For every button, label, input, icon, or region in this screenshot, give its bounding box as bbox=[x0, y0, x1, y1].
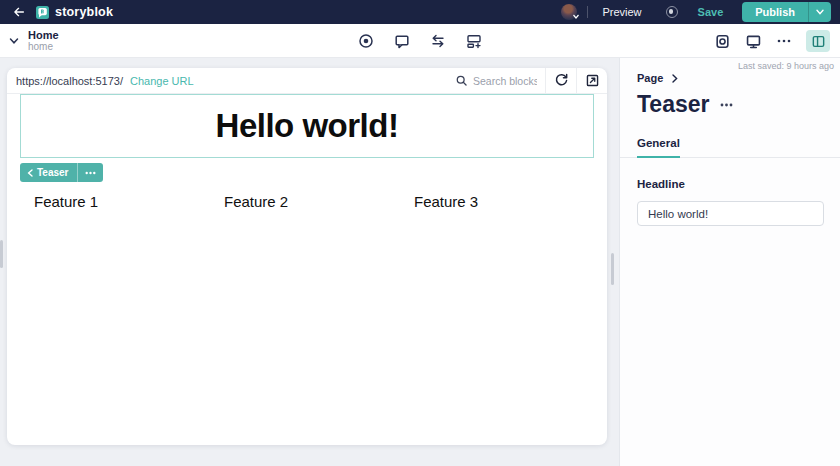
toggle-sidebar-button[interactable] bbox=[806, 30, 830, 52]
storyblok-logo[interactable]: storyblok bbox=[36, 5, 113, 19]
arrow-left-icon bbox=[12, 5, 26, 19]
block-title-options-button[interactable] bbox=[720, 103, 733, 107]
teaser-heading[interactable]: Hello world! bbox=[216, 107, 399, 145]
headline-input[interactable] bbox=[637, 201, 824, 226]
story-switcher-button[interactable] bbox=[7, 34, 21, 48]
block-chip-label[interactable]: Teaser bbox=[37, 163, 77, 182]
edit-box-icon bbox=[585, 73, 600, 88]
feature-grid: Feature 1 Feature 2 Feature 3 bbox=[34, 193, 594, 210]
reload-preview-button[interactable] bbox=[546, 68, 576, 94]
preview-toggle[interactable] bbox=[666, 6, 678, 18]
ellipsis-icon bbox=[776, 33, 792, 49]
comments-button[interactable] bbox=[393, 32, 411, 50]
target-icon bbox=[358, 33, 374, 49]
selected-block-chip: Teaser bbox=[20, 163, 103, 182]
change-url-button[interactable]: Change URL bbox=[130, 75, 194, 87]
chevron-right-icon bbox=[672, 74, 678, 83]
story-slug: home bbox=[28, 41, 59, 52]
editor-mode-buttons bbox=[357, 24, 483, 58]
search-icon bbox=[455, 74, 468, 87]
chevron-down-icon bbox=[816, 9, 824, 15]
tab-general[interactable]: General bbox=[637, 137, 680, 158]
story-info[interactable]: Home home bbox=[28, 29, 59, 52]
selected-block-outline[interactable]: Hello world! bbox=[20, 94, 594, 158]
click-target-mode-button[interactable] bbox=[357, 32, 375, 50]
save-button[interactable]: Save bbox=[698, 6, 724, 18]
top-bar: storyblok Preview Save Publish bbox=[0, 0, 840, 24]
panel-right-icon bbox=[811, 34, 826, 49]
edit-mode-button[interactable] bbox=[577, 68, 607, 94]
feature-block[interactable]: Feature 2 bbox=[224, 193, 414, 210]
desktop-icon bbox=[745, 33, 762, 50]
comment-icon bbox=[394, 33, 410, 49]
main-area: https://localhost:5173/ Change URL bbox=[0, 58, 840, 466]
storyblok-editor: storyblok Preview Save Publish bbox=[0, 0, 840, 466]
compare-changes-button[interactable] bbox=[429, 32, 447, 50]
blocks-icon bbox=[466, 33, 482, 49]
last-saved-status: Last saved: 9 hours ago bbox=[738, 61, 834, 71]
preview-canvas: https://localhost:5173/ Change URL bbox=[7, 68, 607, 445]
block-settings-sidebar: Last saved: 9 hours ago Page Teaser bbox=[619, 58, 840, 466]
preview-label: Preview bbox=[602, 6, 641, 18]
swap-arrows-icon bbox=[430, 33, 446, 49]
canvas-resize-handle-right[interactable] bbox=[611, 253, 614, 285]
feature-block[interactable]: Feature 3 bbox=[414, 193, 604, 210]
ellipsis-icon bbox=[85, 171, 96, 175]
avatar[interactable] bbox=[561, 4, 577, 20]
blocks-library-button[interactable] bbox=[465, 32, 483, 50]
desktop-viewport-button[interactable] bbox=[744, 32, 762, 50]
tablet-viewport-button[interactable] bbox=[713, 32, 731, 50]
story-title: Home bbox=[28, 29, 59, 41]
feature-block[interactable]: Feature 1 bbox=[34, 193, 224, 210]
more-options-button[interactable] bbox=[775, 32, 793, 50]
chevron-left-icon bbox=[27, 169, 33, 177]
url-bar: https://localhost:5173/ Change URL bbox=[7, 68, 607, 94]
storyblok-logo-icon bbox=[36, 6, 49, 19]
chevron-down-icon bbox=[9, 37, 19, 45]
breadcrumb[interactable]: Page bbox=[637, 72, 840, 84]
back-button[interactable] bbox=[10, 3, 28, 21]
canvas-resize-handle-left[interactable] bbox=[0, 240, 3, 268]
url-bar-actions bbox=[445, 68, 607, 93]
search-blocks-input[interactable] bbox=[473, 75, 537, 87]
publish-split-button: Publish bbox=[742, 2, 831, 22]
logo-wordmark: storyblok bbox=[55, 5, 113, 19]
block-title: Teaser bbox=[637, 91, 709, 118]
preview-url: https://localhost:5173/ bbox=[16, 75, 123, 87]
publish-dropdown-button[interactable] bbox=[809, 2, 831, 22]
block-options-button[interactable] bbox=[78, 163, 103, 182]
story-toolbar: Home home bbox=[0, 24, 840, 58]
publish-button[interactable]: Publish bbox=[742, 2, 808, 22]
refresh-icon bbox=[554, 73, 569, 88]
viewport-buttons bbox=[713, 24, 830, 58]
avatar-caret-icon bbox=[573, 14, 579, 19]
search-blocks bbox=[445, 74, 545, 87]
top-bar-actions: Preview Save Publish bbox=[561, 0, 831, 24]
block-parent-button[interactable] bbox=[20, 163, 37, 182]
block-title-row: Teaser bbox=[637, 91, 840, 118]
headline-field-label: Headline bbox=[637, 178, 840, 190]
tablet-icon bbox=[714, 33, 731, 50]
topbar-divider bbox=[587, 6, 588, 18]
breadcrumb-page[interactable]: Page bbox=[637, 72, 663, 84]
sidebar-tabs: General bbox=[637, 133, 840, 158]
ellipsis-icon bbox=[720, 103, 733, 107]
